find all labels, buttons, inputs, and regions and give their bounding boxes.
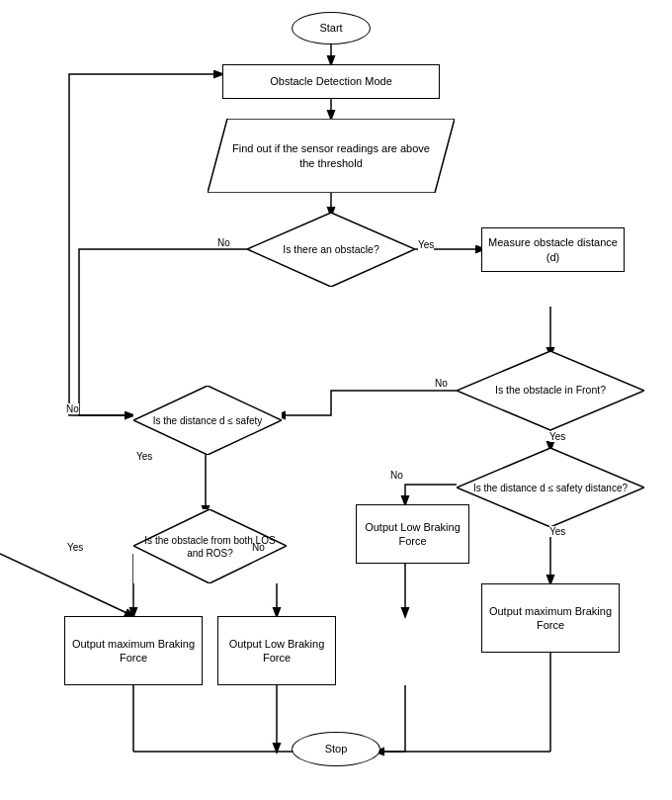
is-obstacle-shape: Is there an obstacle? <box>247 213 415 287</box>
no-label-front: No <box>435 378 448 389</box>
no-label-obstacle: No <box>217 237 230 248</box>
is-obstacle-label: Is there an obstacle? <box>278 243 383 257</box>
is-distance-safety-right-label: Is the distance d ≤ safety distance? <box>468 482 632 494</box>
output-low-braking-right-top-shape: Output Low Braking Force <box>356 504 469 564</box>
start-shape: Start <box>292 12 371 44</box>
measure-distance-shape: Measure obstacle distance (d) <box>481 227 625 272</box>
is-obstacle-front-shape: Is the obstacle in Front? <box>457 351 644 430</box>
output-max-braking-left-label: Output maximum Braking Force <box>65 637 202 666</box>
is-distance-safety-left-label: Is the distance d ≤ safety <box>148 414 268 427</box>
is-distance-safety-left-shape: Is the distance d ≤ safety <box>133 386 282 455</box>
flowchart: Start Obstacle Detection Mode Find out i… <box>0 0 672 800</box>
start-label: Start <box>319 21 342 35</box>
yes-label-obstacle: Yes <box>418 239 434 250</box>
no-label-dist-left: No <box>66 403 79 414</box>
yes-label-front: Yes <box>549 431 565 442</box>
svg-line-8 <box>0 554 133 616</box>
output-max-braking-right-shape: Output maximum Braking Force <box>481 583 620 653</box>
is-obstacle-los-ros-label: Is the obstacle from both LOS and ROS? <box>133 534 287 560</box>
find-out-label: Find out if the sensor readings are abov… <box>208 141 455 170</box>
output-max-braking-left-shape: Output maximum Braking Force <box>64 616 203 685</box>
yes-label-dist-left: Yes <box>136 451 152 462</box>
no-label-dist-right: No <box>390 470 403 481</box>
is-obstacle-front-label: Is the obstacle in Front? <box>490 384 611 398</box>
stop-label: Stop <box>325 742 348 756</box>
yes-label-dist-right: Yes <box>549 526 565 537</box>
obstacle-detection-shape: Obstacle Detection Mode <box>222 64 440 99</box>
is-distance-safety-right-shape: Is the distance d ≤ safety distance? <box>457 448 644 527</box>
output-low-braking-mid-shape: Output Low Braking Force <box>217 616 336 685</box>
output-low-braking-mid-label: Output Low Braking Force <box>218 637 335 666</box>
find-out-shape: Find out if the sensor readings are abov… <box>208 119 455 193</box>
output-max-braking-right-label: Output maximum Braking Force <box>482 604 619 633</box>
yes-label-los-ros: Yes <box>67 542 83 553</box>
stop-shape: Stop <box>292 732 380 766</box>
is-obstacle-los-ros-shape: Is the obstacle from both LOS and ROS? <box>133 509 287 583</box>
obstacle-detection-label: Obstacle Detection Mode <box>270 74 392 88</box>
measure-distance-label: Measure obstacle distance (d) <box>482 235 624 264</box>
output-low-braking-right-top-label: Output Low Braking Force <box>357 520 468 549</box>
